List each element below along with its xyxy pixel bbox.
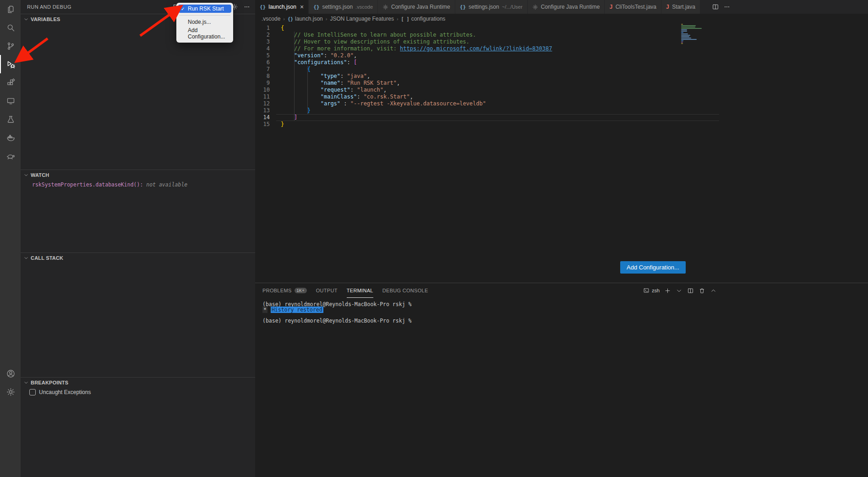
configuration-dropdown-menu: ✓Run RSK StartNode.js...Add Configuratio… — [176, 3, 233, 43]
new-terminal-icon[interactable] — [664, 287, 671, 294]
code-line-4[interactable]: 4 // For more information, visit: https:… — [255, 45, 719, 52]
code-line-11[interactable]: 11 "mainClass": "co.rsk.Start", — [255, 93, 719, 100]
menu-item-node-js[interactable]: Node.js... — [178, 18, 231, 26]
activity-bar-item-remote-explorer[interactable] — [0, 92, 21, 110]
editor-more-actions-icon[interactable] — [723, 3, 731, 11]
code-line-2[interactable]: 2 // Use IntelliSense to learn about pos… — [255, 32, 719, 38]
minimap-line — [681, 35, 690, 36]
extensions-icon — [6, 78, 16, 88]
terminal-profile-selector[interactable]: zsh — [643, 287, 660, 294]
terminal-icon — [643, 287, 650, 294]
code-line-15[interactable]: 15} — [255, 121, 719, 128]
breadcrumb-item-vscode[interactable]: .vscode — [262, 16, 280, 22]
code-line-5[interactable]: 5 "version": "0.2.0", — [255, 52, 719, 59]
watch-section-header[interactable]: WATCH — [21, 170, 255, 180]
breadcrumb-item-configurations[interactable]: [ ]configurations — [401, 16, 446, 22]
activity-bar-item-settings[interactable] — [0, 383, 21, 401]
code-line-3[interactable]: 3 // Hover to view descriptions of exist… — [255, 38, 719, 45]
breadcrumb-item-launch-json[interactable]: {}launch.json — [288, 16, 323, 22]
line-number: 8 — [255, 73, 276, 80]
call-stack-section-header[interactable]: CALL STACK — [21, 253, 255, 263]
code-line-text: "configurations": [ — [276, 59, 719, 66]
breakpoint-row[interactable]: Uncaught Exceptions — [21, 388, 255, 395]
menu-item-run-rsk-start[interactable]: ✓Run RSK Start — [178, 5, 231, 13]
code-line-12[interactable]: 12 "args" : "--regtest -Xkeyvalue.dataso… — [255, 100, 719, 107]
code-line-text: { — [276, 25, 719, 32]
panel-tab-debug-console[interactable]: DEBUG CONSOLE — [382, 283, 428, 298]
code-line-9[interactable]: 9 "name": "Run RSK Start", — [255, 80, 719, 87]
breadcrumb-item-json-language-features[interactable]: JSON Language Features — [330, 16, 393, 22]
split-editor-icon[interactable] — [712, 3, 719, 11]
remote-explorer-icon — [6, 96, 16, 106]
activity-bar-item-run-and-debug[interactable] — [0, 55, 21, 73]
json-file-icon: {} — [313, 4, 319, 10]
minimap-line — [681, 25, 696, 26]
tabbar-actions — [712, 0, 731, 14]
close-tab-icon[interactable]: × — [300, 4, 304, 10]
editor-tab-configure-java-runtime[interactable]: Configure Java Runtime — [528, 0, 605, 14]
editor-tab-settings-json[interactable]: {}settings.json.vscode — [309, 0, 378, 14]
activity-bar-item-extensions[interactable] — [0, 73, 21, 92]
activity-bar-item-explorer[interactable] — [0, 0, 21, 18]
editor-tab-settings-json[interactable]: {}settings.json~/.../User — [455, 0, 528, 14]
watch-expression: rskSystemProperties.databaseKind(): — [32, 181, 143, 188]
activity-bar-item-testing[interactable] — [0, 110, 21, 128]
breakpoints-section-label: BREAKPOINTS — [31, 380, 68, 385]
code-line-7[interactable]: 7 { — [255, 66, 719, 73]
json-file-icon: {} — [460, 4, 466, 10]
panel-tab-output[interactable]: OUTPUT — [316, 283, 338, 298]
breakpoints-section-header[interactable]: BREAKPOINTS — [21, 378, 255, 388]
editor-tab-launch-json[interactable]: {}launch.json× — [255, 0, 309, 14]
code-line-10[interactable]: 10 "request": "launch", — [255, 87, 719, 93]
editor-tab-clitoolstest-java[interactable]: JCliToolsTest.java — [605, 0, 661, 14]
line-number: 14 — [255, 114, 276, 121]
line-number: 1 — [255, 25, 276, 32]
activity-bar-top — [0, 0, 21, 165]
maximize-panel-icon[interactable] — [710, 287, 717, 294]
panel-tab-label: DEBUG CONSOLE — [382, 288, 428, 293]
minimap-line — [681, 28, 702, 29]
code-line-8[interactable]: 8 "type": "java", — [255, 73, 719, 80]
editor-tab-start-java[interactable]: JStart.java — [661, 0, 700, 14]
code-line-14[interactable]: 14 ] — [255, 114, 719, 121]
terminal-profiles-chevron-icon[interactable] — [676, 287, 682, 294]
add-configuration-button[interactable]: Add Configuration... — [620, 261, 686, 274]
menu-item-label: Run RSK Start — [188, 5, 224, 12]
code-editor[interactable]: 1{2 // Use IntelliSense to learn about p… — [255, 24, 868, 283]
menu-item-add-configuration[interactable]: Add Configuration... — [178, 26, 231, 41]
split-terminal-icon[interactable] — [687, 287, 694, 294]
minimap[interactable] — [681, 24, 710, 44]
activity-bar-item-source-control[interactable] — [0, 37, 21, 55]
shell-label: zsh — [652, 288, 660, 293]
call-stack-section: CALL STACK — [21, 252, 255, 377]
panel-tab-label: PROBLEMS — [262, 288, 292, 293]
terminal-output[interactable]: (base) reynoldmorel@Reynolds-MacBook-Pro… — [255, 298, 868, 324]
tab-detail: ~/.../User — [502, 4, 523, 10]
watch-expression-row[interactable]: rskSystemProperties.databaseKind(): not … — [21, 180, 255, 188]
activity-bar-item-accounts[interactable] — [0, 364, 21, 383]
code-line-1[interactable]: 1{ — [255, 25, 719, 32]
activity-bar-item-tortoise[interactable] — [0, 147, 21, 165]
activity-bar-item-search[interactable] — [0, 18, 21, 37]
watch-section: WATCH rskSystemProperties.databaseKind()… — [21, 170, 255, 252]
runtime-settings-icon — [382, 4, 388, 10]
breakpoint-checkbox[interactable] — [29, 389, 36, 395]
code-line-text: { — [276, 66, 719, 73]
code-line-13[interactable]: 13 } — [255, 107, 719, 114]
tab-label: Configure Java Runtime — [391, 4, 450, 10]
line-number: 9 — [255, 80, 276, 87]
breadcrumb-label: configurations — [411, 16, 446, 22]
kill-terminal-icon[interactable] — [699, 287, 705, 294]
code-line-6[interactable]: 6 "configurations": [ — [255, 59, 719, 66]
activity-bar-item-docker[interactable] — [0, 128, 21, 147]
line-number: 7 — [255, 66, 276, 73]
minimap-line — [681, 29, 687, 30]
editor-tab-configure-java-runtime[interactable]: Configure Java Runtime — [378, 0, 455, 14]
array-symbol-icon: [ ] — [401, 16, 409, 22]
panel-tab-problems[interactable]: PROBLEMS1K+ — [262, 283, 307, 298]
variables-section-label: VARIABLES — [31, 16, 60, 22]
more-actions-icon[interactable] — [243, 3, 251, 11]
minimap-line — [681, 31, 687, 32]
panel-tab-terminal[interactable]: TERMINAL — [347, 283, 373, 298]
minimap-line — [681, 36, 689, 37]
